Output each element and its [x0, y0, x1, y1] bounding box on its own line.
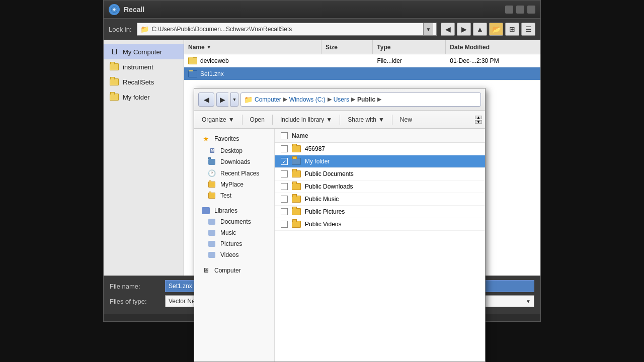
sidebar-item-my-computer[interactable]: 🖥 My Computer: [104, 44, 184, 59]
exp-row-public-docs[interactable]: Public Documents: [275, 168, 485, 180]
nav-item-videos[interactable]: Videos: [194, 249, 274, 260]
titlebar-icon-btn[interactable]: [505, 6, 513, 14]
exp-row-public-videos[interactable]: Public Videos: [275, 218, 485, 231]
breadcrumb-sep-1: ▶: [283, 96, 287, 103]
breadcrumb-users[interactable]: Users: [334, 96, 349, 103]
look-in-label: Look in:: [109, 26, 132, 33]
nav-buttons: ◀ ▶ ▲ 📂 ⊞ ☰: [441, 23, 535, 36]
dialog-nav: Look in: 📁 C:\Users\Public\Documen...Sch…: [104, 19, 540, 40]
toolbar-organize-btn[interactable]: Organize ▼: [197, 113, 239, 126]
downloads-icon: [206, 159, 217, 165]
breadcrumb-computer[interactable]: Computer: [255, 96, 281, 103]
explorer-dialog: ◀ ▶ ▼ 📁 Computer ▶ Windows (C:) ▶ Users …: [194, 88, 486, 362]
breadcrumb-bar: 📁 Computer ▶ Windows (C:) ▶ Users ▶ Publ…: [240, 93, 481, 107]
col-header-date[interactable]: Date Modified: [446, 40, 540, 54]
file-name-deviceweb: deviceweb: [184, 57, 322, 64]
toolbar-include-library-btn[interactable]: Include in library ▼: [276, 113, 337, 126]
nav-label-test: Test: [220, 192, 231, 199]
breadcrumb-windows[interactable]: Windows (C:): [289, 96, 326, 103]
list-btn[interactable]: ☰: [521, 23, 535, 36]
exp-row-456987[interactable]: 456987: [275, 143, 485, 155]
myplace-icon: [206, 182, 217, 188]
col-header-size[interactable]: Size: [321, 40, 373, 54]
col-header-name[interactable]: Name ▼: [184, 40, 321, 54]
favorites-label: Favorites: [214, 135, 239, 142]
computer-header[interactable]: 🖥 Computer: [194, 264, 274, 276]
nav-item-myplace[interactable]: MyPlace: [194, 179, 274, 190]
folder-icon-deviceweb: [188, 57, 197, 64]
folder-icon-456987: [292, 145, 301, 152]
explorer-nav: ◀ ▶ ▼ 📁 Computer ▶ Windows (C:) ▶ Users …: [194, 88, 485, 111]
col-header-type[interactable]: Type: [373, 40, 446, 54]
toolbar-sep-1: [242, 115, 243, 125]
sidebar-label-recallsets: RecallSets: [123, 78, 154, 86]
checkbox-public-pictures[interactable]: [281, 208, 288, 215]
explorer-body: ★ Favorites 🖥 Desktop Downloads: [194, 129, 485, 361]
path-combo[interactable]: 📁 C:\Users\Public\Documen...Schwarz\Vna\…: [137, 23, 437, 36]
icons-btn[interactable]: ⊞: [505, 23, 519, 36]
nav-item-recent[interactable]: 🕐 Recent Places: [194, 167, 274, 179]
nav-item-desktop[interactable]: 🖥 Desktop: [194, 145, 274, 156]
pictures-icon: [206, 241, 217, 247]
exp-row-public-downloads[interactable]: Public Downloads: [275, 180, 485, 193]
nav-label-music: Music: [220, 229, 236, 236]
checkbox-public-videos[interactable]: [281, 221, 288, 228]
sidebar-item-recallsets[interactable]: RecallSets: [104, 74, 184, 89]
computer-icon: 🖥: [109, 47, 120, 56]
music-icon: [206, 230, 217, 236]
exp-list-header: Name: [275, 129, 485, 143]
nav-item-test[interactable]: Test: [194, 190, 274, 201]
test-icon: [206, 193, 217, 199]
breadcrumb-sep-2: ▶: [328, 96, 332, 103]
explorer-nav-dropdown[interactable]: ▼: [230, 93, 238, 107]
select-all-checkbox[interactable]: [281, 132, 288, 139]
exp-row-public-music[interactable]: Public Music: [275, 193, 485, 206]
explorer-back-btn[interactable]: ◀: [198, 93, 214, 107]
explorer-forward-btn[interactable]: ▶: [216, 93, 228, 107]
breadcrumb-sep-4: ▶: [377, 96, 381, 103]
app-title: Recall: [124, 6, 144, 14]
checkbox-public-music[interactable]: [281, 196, 288, 203]
checkbox-public-docs[interactable]: [281, 170, 288, 177]
nav-item-downloads[interactable]: Downloads: [194, 156, 274, 167]
organize-dropdown-icon: ▼: [228, 116, 234, 123]
breadcrumb-sep-3: ▶: [351, 96, 355, 103]
favorites-header[interactable]: ★ Favorites: [194, 133, 274, 145]
file-row-deviceweb[interactable]: deviceweb File...lder 01-Dec-...2:30 PM: [184, 54, 540, 67]
exp-row-myfolder[interactable]: My folder: [275, 155, 485, 168]
nav-item-pictures[interactable]: Pictures: [194, 238, 274, 249]
toolbar-sep-4: [392, 115, 392, 125]
explorer-right: Name 456987 My folder Public Documents: [275, 129, 485, 361]
toolbar-share-btn[interactable]: Share with ▼: [343, 113, 389, 126]
titlebar-list-btn[interactable]: [527, 6, 535, 14]
scroll-indicator: ▲ ▼: [475, 116, 482, 124]
scroll-up-btn[interactable]: ▲: [475, 116, 482, 119]
sidebar-label-instrument: instrument: [123, 63, 153, 71]
toolbar-new-btn[interactable]: New: [395, 113, 417, 126]
up-btn[interactable]: ▲: [473, 23, 487, 36]
checkbox-456987[interactable]: [281, 145, 288, 152]
folder-icon-myfolder: [109, 93, 120, 102]
checkbox-public-downloads[interactable]: [281, 183, 288, 190]
nav-label-downloads: Downloads: [220, 158, 250, 165]
exp-filename-public-docs: Public Documents: [305, 170, 354, 177]
sidebar-item-myfolder[interactable]: My folder: [104, 89, 184, 105]
back-btn[interactable]: ◀: [441, 23, 455, 36]
titlebar-controls: [505, 6, 535, 14]
toolbar-open-btn[interactable]: Open: [246, 113, 269, 126]
recent-btn[interactable]: 📂: [489, 23, 503, 36]
share-dropdown-icon: ▼: [378, 116, 384, 123]
libraries-header[interactable]: Libraries: [194, 205, 274, 216]
file-row-set1[interactable]: Set1.znx: [184, 67, 540, 80]
scroll-down-btn[interactable]: ▼: [475, 120, 482, 124]
nav-item-music[interactable]: Music: [194, 227, 274, 238]
checkbox-myfolder[interactable]: [281, 158, 288, 165]
nav-spacer-2: [194, 260, 274, 264]
path-dropdown-btn[interactable]: ▼: [423, 23, 433, 35]
nav-label-pictures: Pictures: [220, 240, 242, 247]
titlebar-grid-btn[interactable]: [516, 6, 524, 14]
exp-row-public-pictures[interactable]: Public Pictures: [275, 206, 485, 218]
nav-item-documents[interactable]: Documents: [194, 216, 274, 227]
sidebar-item-instrument[interactable]: instrument: [104, 59, 184, 74]
forward-btn[interactable]: ▶: [457, 23, 471, 36]
